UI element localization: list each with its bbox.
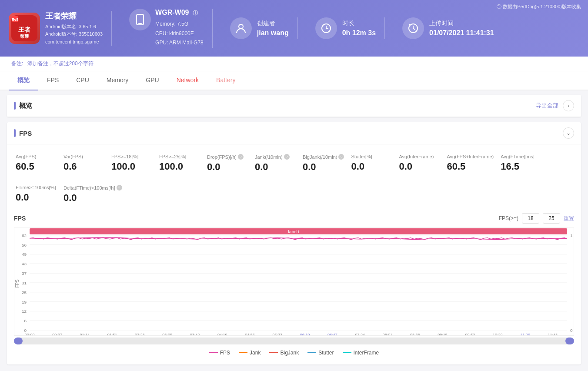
svg-text:11:06: 11:06 — [520, 333, 530, 335]
svg-text:08:01: 08:01 — [383, 333, 393, 335]
notes-label: 备注: — [11, 60, 23, 67]
scrollbar-left-handle[interactable] — [14, 338, 23, 344]
legend-interframe: InterFrame — [343, 350, 379, 356]
svg-text:56: 56 — [22, 243, 27, 247]
svg-text:label1: label1 — [288, 229, 300, 234]
source-note: ① 数据由PerfDog(5.1.210300)版本收集 — [497, 3, 581, 10]
fps-title: FPS — [14, 129, 32, 137]
stat-drop-fps: Drop(FPS)[/h] ? 0.0 — [207, 151, 255, 175]
svg-text:49: 49 — [22, 252, 27, 257]
upload-time-icon — [402, 17, 424, 39]
legend-fps-line — [209, 352, 218, 353]
svg-text:王者: 王者 — [18, 26, 31, 33]
stat-bigjank: BigJank(/10min) ? 0.0 — [303, 151, 351, 175]
stat-fps-25: FPS>=25[%] 100.0 — [159, 151, 207, 175]
svg-text:00:00: 00:00 — [25, 333, 35, 335]
svg-text:0: 0 — [24, 328, 27, 333]
stat-avg-interframe: Avg(InterFrame) 0.0 — [399, 151, 447, 175]
legend-fps: FPS — [209, 350, 230, 356]
jank-help-icon[interactable]: ? — [284, 154, 290, 160]
fps-gte-label: FPS(>=) — [499, 215, 518, 221]
fps-chart-scrollbar[interactable] — [14, 338, 574, 344]
fps-actions: ⌄ — [563, 127, 574, 139]
svg-point-7 — [239, 24, 243, 29]
stat-stutter: Stutter[%] 0.0 — [351, 151, 399, 175]
svg-text:09:52: 09:52 — [465, 333, 475, 335]
fps-chart-title: FPS — [14, 215, 26, 222]
svg-text:62: 62 — [22, 233, 27, 238]
svg-text:03:05: 03:05 — [162, 333, 172, 335]
svg-text:05:33: 05:33 — [273, 333, 283, 335]
svg-text:12: 12 — [22, 309, 27, 314]
svg-text:0: 0 — [570, 328, 573, 333]
creator-block: 创建者 jian wang — [221, 17, 298, 39]
upload-time-value: 01/07/2021 11:41:31 — [429, 29, 494, 37]
legend-bigjank: BigJank — [269, 350, 299, 356]
tab-gpu[interactable]: GPU — [137, 71, 167, 90]
svg-text:00:37: 00:37 — [52, 333, 62, 335]
svg-text:01:51: 01:51 — [107, 333, 117, 335]
stat-avg-fps: Avg(FPS) 60.5 — [16, 151, 63, 175]
fps-section-header: FPS ⌄ — [7, 122, 581, 144]
stat-avg-fps-interframe: Avg(FPS+InterFrame) 60.5 — [447, 151, 501, 175]
stat-avg-ftime: Avg(FTime)[ms] 16.5 — [501, 151, 548, 175]
svg-text:19: 19 — [22, 300, 27, 304]
svg-text:08:38: 08:38 — [410, 333, 420, 335]
drop-fps-help-icon[interactable]: ? — [238, 154, 244, 160]
overview-section: 概览 导出全部 ‹ — [7, 95, 581, 117]
svg-text:02:28: 02:28 — [135, 333, 145, 335]
fps-collapse-btn[interactable]: ⌄ — [563, 127, 574, 139]
legend-interframe-line — [343, 352, 351, 353]
tab-cpu[interactable]: CPU — [67, 71, 98, 90]
tab-overview[interactable]: 概览 — [9, 71, 38, 90]
duration-block: 时长 0h 12m 3s — [307, 17, 385, 39]
app-icon: 王者 荣耀 5v5 — [9, 13, 40, 44]
stat-fps-18: FPS>=18[%] 100.0 — [111, 151, 159, 175]
overview-title: 概览 — [14, 102, 32, 110]
creator-label: 创建者 — [257, 20, 289, 27]
svg-text:6: 6 — [24, 318, 27, 323]
stat-delta-ftime: Delta(FTime)>100ms[/h] ? 0.0 — [63, 182, 129, 206]
app-details: 王者荣耀 Android版本名: 3.65.1.6 Android版本号: 36… — [45, 11, 103, 46]
scrollbar-right-handle[interactable] — [565, 338, 574, 344]
overview-section-header: 概览 导出全部 ‹ — [7, 95, 581, 117]
svg-text:10:29: 10:29 — [493, 333, 503, 335]
fps-chart-controls: FPS(>=) 重置 — [499, 213, 574, 224]
fps-threshold2-input[interactable] — [543, 213, 560, 224]
creator-icon — [230, 17, 252, 39]
bigjank-help-icon[interactable]: ? — [338, 154, 344, 160]
svg-rect-6 — [138, 23, 142, 24]
stat-jank: Jank(/10min) ? 0.0 — [255, 151, 303, 175]
svg-text:5v5: 5v5 — [12, 17, 18, 22]
svg-text:09:15: 09:15 — [438, 333, 448, 335]
tab-network[interactable]: Network — [168, 71, 207, 90]
delta-ftime-help-icon[interactable]: ? — [117, 185, 122, 191]
overview-collapse-btn[interactable]: ‹ — [563, 100, 574, 111]
creator-value: jian wang — [257, 29, 289, 37]
fps-reset-btn[interactable]: 重置 — [564, 215, 574, 222]
fps-stats-row2: FTime>=100ms[%] 0.0 Delta(FTime)>100ms[/… — [7, 182, 581, 213]
duration-value: 0h 12m 3s — [342, 29, 376, 37]
overview-actions: 导出全部 ‹ — [536, 100, 574, 111]
legend-interframe-label: InterFrame — [354, 350, 379, 356]
device-name: WGR-W09 ⓘ — [155, 9, 204, 17]
tab-battery[interactable]: Battery — [207, 71, 244, 90]
device-icon — [129, 9, 151, 30]
stat-ftime-100ms: FTime>=100ms[%] 0.0 — [16, 182, 63, 206]
fps-threshold1-input[interactable] — [522, 213, 539, 224]
legend-jank-label: Jank — [250, 350, 261, 356]
legend-bigjank-line — [269, 352, 278, 353]
upload-time-block: 上传时间 01/07/2021 11:41:31 — [394, 17, 503, 39]
export-all-link[interactable]: 导出全部 — [536, 102, 558, 110]
svg-text:03:42: 03:42 — [190, 333, 200, 335]
upload-time-label: 上传时间 — [429, 20, 494, 27]
tab-fps[interactable]: FPS — [38, 71, 67, 90]
svg-text:07:24: 07:24 — [355, 333, 365, 335]
tab-memory[interactable]: Memory — [98, 71, 137, 90]
app-package: com.tencent.tmgp.sgame — [45, 38, 103, 46]
legend-fps-label: FPS — [220, 350, 230, 356]
svg-text:FPS: FPS — [15, 279, 20, 288]
legend-stutter-label: Stutter — [318, 350, 334, 356]
legend-stutter-line — [307, 352, 316, 353]
notes-link[interactable]: 添加备注，不超过200个字符 — [27, 60, 94, 67]
